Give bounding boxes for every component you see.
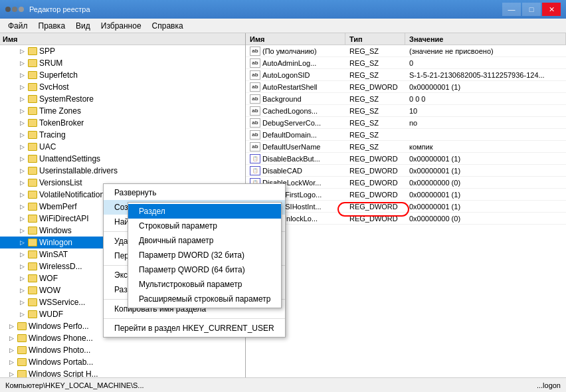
reg-cell-name: ab DebugServerCo... [246,118,345,128]
reg-cell-type: REG_DWORD [345,167,405,175]
submenu-item-multistring[interactable]: Мультистроковый параметр [128,277,281,292]
menu-view[interactable]: Вид [70,20,96,32]
tree-item-systemrestore[interactable]: ▷ SystemRestore [0,93,245,105]
reg-row[interactable]: ab (По умолчанию) REG_SZ (значение не пр… [246,45,566,57]
arrow-icon: ▷ [20,96,28,102]
ctx-expand[interactable]: Развернуть [104,185,285,200]
reg-cell-type: REG_SZ [345,59,405,67]
reg-cell-value: 0x00000000 (0) [405,215,566,223]
reg-row[interactable]: 📋 DisableBackBut... REG_DWORD 0x00000001… [246,153,566,165]
tree-item-timezones[interactable]: ▷ Time Zones [0,105,245,117]
reg-icon-ab: ab [250,118,260,128]
tree-label: VolatileNotifications [39,190,108,199]
menu-help[interactable]: Справка [147,20,189,32]
reg-cell-value: 0 0 0 [405,95,566,103]
arrow-icon: ▷ [9,323,17,330]
reg-name-label: AutoLogonSID [262,71,310,79]
reg-row[interactable]: ab CachedLogons... REG_SZ 10 [246,105,566,117]
tree-item-superfetch[interactable]: ▷ Superfetch [0,69,245,81]
tree-item-svchost[interactable]: ▷ SvcHost [0,81,245,93]
tree-item-spp[interactable]: ▷ SPP [0,45,245,57]
reg-cell-value: 0x00000001 (1) [405,203,566,211]
reg-row[interactable]: ab DebugServerCo... REG_SZ no [246,117,566,129]
arrow-icon: ▷ [20,108,28,114]
minimize-button[interactable]: — [502,3,521,16]
ctx-goto-hkcu[interactable]: Перейти в раздел HKEY_CURRENT_USER [104,321,285,336]
reg-row[interactable]: 📋 DisableLockWor... REG_DWORD 0x00000000… [246,177,566,189]
tree-item-winportab[interactable]: ▷ Windows Portab... [0,356,245,368]
tree-label: TokenBroker [39,118,84,128]
reg-cell-name: ab Background [246,94,345,104]
submenu-item-section[interactable]: Раздел [128,204,281,219]
tree-label: WirelessD... [39,262,82,271]
reg-cell-name: ab AutoLogonSID [246,70,345,80]
reg-cell-type: REG_SZ [345,119,405,127]
menu-edit[interactable]: Правка [33,20,71,32]
maximize-button[interactable]: □ [522,3,541,16]
tree-item-srum[interactable]: ▷ SRUM [0,57,245,69]
folder-icon [28,119,37,127]
reg-row[interactable]: 📋 ForceUnlockLo... REG_DWORD 0x00000000 … [246,213,566,225]
menu-favorites[interactable]: Избранное [96,20,147,32]
reg-row[interactable]: ab DefaultDomain... REG_SZ [246,129,566,141]
tree-item-winphoto[interactable]: ▷ Windows Photo... [0,344,245,356]
submenu-item-expandstring[interactable]: Расширяемый строковый параметр [128,292,281,306]
reg-row[interactable]: ab AutoAdminLog... REG_SZ 0 [246,57,566,69]
reg-cell-value: S-1-5-21-2130682005-3112257936-124... [405,71,566,79]
tree-item-uac[interactable]: ▷ UAC [0,141,245,153]
reg-row[interactable]: 📋 EnableFirstLogo... REG_DWORD 0x0000000… [246,189,566,201]
arrow-icon: ▷ [20,299,28,306]
reg-name-label: DisableCAD [262,167,302,175]
reg-cell-type: REG_DWORD [345,179,405,187]
arrow-icon: ▷ [20,251,28,258]
reg-icon-ab: ab [250,70,260,80]
folder-icon [28,215,37,223]
arrow-icon: ▷ [20,179,28,186]
arrow-icon: ▷ [9,335,17,342]
reg-icon-ab: ab [250,130,260,140]
tree-item-unattend[interactable]: ▷ UnattendSettings [0,153,245,165]
reg-cell-value: (значение не присвоено) [405,47,566,55]
window-title: Редактор реестра [29,5,502,13]
ctx-sep4 [104,318,285,319]
tree-label: Superfetch [39,70,78,80]
submenu-item-dword32[interactable]: Параметр DWORD (32 бита) [128,248,281,262]
tree-label: WOF [39,274,58,283]
submenu-item-qword64[interactable]: Параметр QWORD (64 бита) [128,262,281,277]
menu-file[interactable]: Файл [3,20,33,32]
reg-row[interactable]: ab AutoLogonSID REG_SZ S-1-5-21-21306820… [246,69,566,81]
tree-label: Tracing [39,130,66,140]
tree-item-winscript[interactable]: ▷ Windows Script H... [0,368,245,377]
folder-icon [28,227,37,235]
title-controls: — □ ✕ [502,3,561,16]
reg-row[interactable]: ab DefaultUserName REG_SZ компик [246,141,566,153]
folder-icon [28,131,37,139]
registry-content[interactable]: ab (По умолчанию) REG_SZ (значение не пр… [246,45,566,377]
arrow-icon: ▷ [20,167,28,174]
title-bar: Редактор реестра — □ ✕ [0,0,566,19]
reg-cell-type: REG_SZ [345,143,405,151]
tree-item-tokenbroker[interactable]: ▷ TokenBroker [0,117,245,129]
reg-row[interactable]: ab AutoRestartShell REG_DWORD 0x00000001… [246,81,566,93]
tree-label: SRUM [39,58,62,68]
reg-row[interactable]: 📋 EnableSIHostInt... REG_DWORD 0x0000000… [246,201,566,213]
folder-icon [28,250,37,258]
reg-icon-ab: ab [250,47,260,56]
folder-icon [28,239,37,246]
tree-item-userinstall[interactable]: ▷ Userinstallable.drivers [0,165,245,177]
dot2 [12,7,17,12]
reg-cell-value: 10 [405,107,566,115]
reg-row[interactable]: 📋 DisableCAD REG_DWORD 0x00000001 (1) [246,165,566,177]
close-button[interactable]: ✕ [542,3,561,16]
folder-icon [28,310,37,318]
submenu-item-string[interactable]: Строковый параметр [128,219,281,233]
reg-icon-ab: ab [250,58,260,68]
reg-row[interactable]: ab Background REG_SZ 0 0 0 [246,93,566,105]
folder-icon [28,167,37,175]
tree-item-tracing[interactable]: ▷ Tracing [0,129,245,141]
submenu-item-binary[interactable]: Двоичный параметр [128,233,281,248]
reg-cell-name: ab DefaultDomain... [246,130,345,140]
arrow-icon: ▷ [20,84,28,90]
arrow-icon: ▷ [20,191,28,198]
tree-label: Windows Photo... [29,345,90,355]
